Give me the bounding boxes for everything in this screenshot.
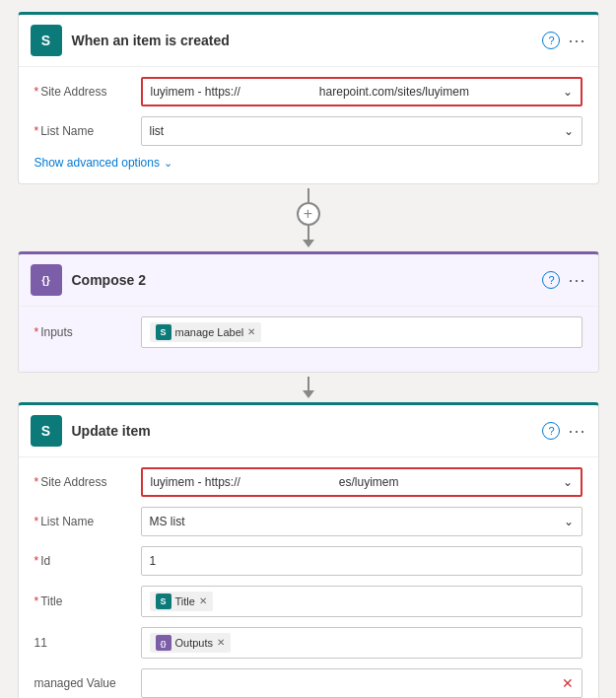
card2-actions: ? ···: [542, 270, 585, 291]
card2-inputs-input[interactable]: S manage Label ✕: [141, 316, 582, 348]
card2-token-label: manage Label: [175, 326, 244, 338]
card3-title-token-close[interactable]: ✕: [199, 596, 207, 606]
card3-11-row: 11 {} Outputs ✕: [34, 627, 582, 659]
card2-inputs-label: *Inputs: [34, 325, 133, 339]
card1-list-name-input[interactable]: list ⌄: [141, 116, 582, 146]
card1-actions: ? ···: [542, 31, 585, 51]
card1-list-name-text: list: [150, 124, 558, 138]
card3-body: *Site Address luyimem - https://es/luyim…: [19, 456, 598, 698]
card3-managed-value-input[interactable]: ✕: [141, 668, 582, 698]
card2-help-icon[interactable]: ?: [542, 271, 560, 289]
card1-site-address-text: luyimem - https://harepoint.com/sites/lu…: [151, 85, 557, 99]
card3-list-name-text: MS list: [150, 515, 558, 528]
card1-more-icon[interactable]: ···: [568, 31, 585, 51]
card1-site-address-arrow: ⌄: [563, 85, 573, 99]
connector1-add-button[interactable]: +: [297, 202, 320, 226]
connector1: +: [297, 188, 320, 247]
card3-site-address-arrow: ⌄: [563, 475, 573, 489]
card1-body: *Site Address luyimem - https://harepoin…: [19, 66, 598, 183]
card3-outputs-token-icon: {}: [156, 635, 171, 651]
card3-outputs-token: {} Outputs ✕: [150, 633, 232, 653]
card3-managed-value-row: managed Value ✕: [34, 668, 582, 698]
card2-header: {} Compose 2 ? ···: [19, 254, 598, 306]
card1-header: S When an item is created ? ···: [19, 15, 598, 66]
card2-icon: {}: [31, 264, 62, 296]
card3-title-token-label: Title: [175, 595, 195, 607]
card-compose2: {} Compose 2 ? ··· *Inputs S manage Labe…: [18, 251, 599, 373]
connector1-arrow: [303, 240, 314, 247]
card3-title-row: *Title S Title ✕: [34, 586, 582, 617]
card3-managed-value-clear[interactable]: ✕: [562, 675, 574, 691]
flow-container: S When an item is created ? ··· *Site Ad…: [12, 12, 604, 698]
card3-actions: ? ···: [542, 421, 585, 442]
card3-site-address-label: *Site Address: [34, 475, 133, 489]
card3-id-label: *Id: [34, 554, 133, 568]
card1-site-address-row: *Site Address luyimem - https://harepoin…: [34, 77, 582, 106]
connector1-line2: [308, 226, 309, 240]
card1-title: When an item is created: [72, 33, 533, 48]
card3-id-input[interactable]: 1: [141, 546, 582, 576]
card3-help-icon[interactable]: ?: [542, 422, 560, 440]
card3-list-name-arrow: ⌄: [564, 515, 574, 528]
card1-help-icon[interactable]: ?: [542, 32, 560, 49]
card3-outputs-token-close[interactable]: ✕: [217, 638, 225, 648]
card1-show-advanced[interactable]: Show advanced options ⌄: [34, 156, 582, 170]
card3-11-label: 11: [34, 636, 133, 650]
card3-title-token: S Title ✕: [150, 592, 213, 611]
card3-list-name-row: *List Name MS list ⌄: [34, 507, 582, 536]
card2-more-icon[interactable]: ···: [568, 270, 585, 291]
card1-site-address-label: *Site Address: [34, 85, 133, 99]
card2-body: *Inputs S manage Label ✕: [19, 306, 598, 372]
card1-list-name-label: *List Name: [34, 124, 133, 138]
connector2-line: [308, 377, 309, 390]
card3-site-address-input[interactable]: luyimem - https://es/luyimem ⌄: [141, 467, 582, 497]
card3-title-label: *Title: [34, 594, 133, 608]
card3-site-address-row: *Site Address luyimem - https://es/luyim…: [34, 467, 582, 497]
card1-list-name-arrow: ⌄: [564, 124, 574, 138]
card1-icon: S: [31, 25, 62, 56]
card3-title-token-icon: S: [156, 593, 171, 609]
card3-outputs-token-label: Outputs: [175, 637, 214, 649]
card1-list-name-row: *List Name list ⌄: [34, 116, 582, 146]
card3-title: Update item: [72, 423, 533, 439]
card2-inputs-row: *Inputs S manage Label ✕: [34, 316, 582, 348]
card3-more-icon[interactable]: ···: [568, 421, 585, 442]
connector2: [303, 377, 314, 398]
card3-title-input[interactable]: S Title ✕: [141, 586, 582, 617]
card3-header: S Update item ? ···: [19, 405, 598, 456]
card2-token-close[interactable]: ✕: [247, 327, 255, 337]
card3-id-value: 1: [150, 554, 157, 568]
card3-site-address-text: luyimem - https://es/luyimem: [151, 475, 557, 489]
card3-list-name-input[interactable]: MS list ⌄: [141, 507, 582, 536]
card2-title: Compose 2: [72, 272, 533, 288]
card-when-item-created: S When an item is created ? ··· *Site Ad…: [18, 12, 599, 184]
card3-list-name-label: *List Name: [34, 515, 133, 528]
card1-site-address-input[interactable]: luyimem - https://harepoint.com/sites/lu…: [141, 77, 582, 106]
card3-id-row: *Id 1: [34, 546, 582, 576]
card2-token-icon: S: [156, 324, 171, 340]
card3-icon: S: [31, 415, 62, 447]
connector1-line: [308, 188, 309, 202]
card3-managed-value-label: managed Value: [34, 676, 133, 690]
card2-manage-label-token: S manage Label ✕: [150, 322, 262, 342]
card-update-item: S Update item ? ··· *Site Address luyime…: [18, 402, 599, 698]
connector2-arrow: [303, 390, 314, 398]
card3-11-input[interactable]: {} Outputs ✕: [141, 627, 582, 659]
